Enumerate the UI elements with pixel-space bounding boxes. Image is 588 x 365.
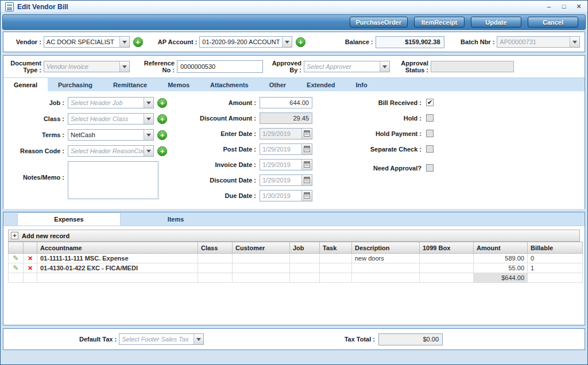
cell-class: [198, 254, 233, 263]
chevron-down-icon[interactable]: [194, 334, 203, 344]
tab-attachments[interactable]: Attachments: [200, 78, 259, 91]
update-button[interactable]: Update: [471, 17, 521, 28]
notes-memo-input[interactable]: [68, 161, 158, 199]
chevron-down-icon[interactable]: [570, 37, 579, 47]
batch-nbr-select[interactable]: AP00000731: [497, 36, 580, 48]
tab-items[interactable]: Items: [121, 212, 231, 226]
tab-remittance[interactable]: Remittance: [103, 78, 157, 91]
edit-icon[interactable]: ✎: [13, 264, 18, 272]
col-class[interactable]: Class: [198, 242, 233, 254]
invoice-date-input[interactable]: 1/29/2019: [260, 159, 312, 170]
col-delete: [24, 242, 37, 254]
edit-icon[interactable]: ✎: [13, 254, 18, 262]
minimize-icon[interactable]: –: [545, 3, 553, 10]
chevron-down-icon[interactable]: [119, 61, 129, 72]
tab-info[interactable]: Info: [346, 78, 378, 91]
discount-amount-value: 29.45: [260, 112, 312, 124]
add-vendor-button[interactable]: +: [133, 37, 143, 47]
terms-value: NetCash: [68, 131, 144, 138]
chevron-down-icon[interactable]: [119, 37, 129, 47]
add-reason-code-button[interactable]: +: [157, 146, 167, 156]
calendar-icon[interactable]: [301, 160, 312, 170]
col-edit: [9, 242, 24, 254]
tax-total-value: $0.00: [378, 333, 443, 345]
discount-amount-label: Discount Amount :: [188, 115, 256, 122]
chevron-down-icon[interactable]: [144, 146, 153, 156]
general-left-column: Job : Select Header Job + Class : Select…: [9, 95, 167, 199]
delete-icon[interactable]: ✕: [28, 265, 33, 271]
separate-check-label: Separate Check :: [342, 146, 421, 153]
col-accountname[interactable]: Accountname: [37, 242, 198, 254]
tab-general[interactable]: General: [3, 78, 48, 91]
due-date-input[interactable]: 1/30/2019: [260, 190, 312, 201]
default-tax-label: Default Tax :: [79, 336, 116, 343]
job-select[interactable]: Select Header Job: [68, 97, 154, 108]
separate-check-checkbox[interactable]: [426, 145, 434, 153]
post-date-input[interactable]: 1/29/2019: [260, 143, 312, 155]
reason-code-label: Reason Code :: [9, 147, 64, 154]
balance-value: $159,902.38: [376, 36, 444, 48]
tab-memos[interactable]: Memos: [157, 78, 200, 91]
chevron-down-icon[interactable]: [282, 37, 292, 47]
cancel-button[interactable]: Cancel: [528, 17, 578, 28]
calendar-icon[interactable]: [301, 144, 312, 154]
document-panel: DocumentType : Vendor Invoice ReferenceN…: [3, 55, 585, 209]
col-customer[interactable]: Customer: [233, 242, 290, 254]
hold-payment-checkbox[interactable]: [426, 130, 434, 137]
tab-extended[interactable]: Extended: [296, 78, 346, 91]
chevron-down-icon[interactable]: [380, 61, 389, 72]
vendor-select[interactable]: AC DOOR SPECIALIST: [44, 36, 130, 48]
tab-expenses[interactable]: Expenses: [17, 212, 121, 226]
chevron-down-icon[interactable]: [144, 114, 153, 124]
delete-icon[interactable]: ✕: [28, 255, 33, 262]
cell-billable: 1: [528, 263, 583, 273]
vendor-label: Vendor :: [8, 38, 41, 45]
bill-received-checkbox[interactable]: ✔: [426, 99, 434, 106]
add-new-record-button[interactable]: + Add new record: [8, 230, 580, 242]
tab-purchasing[interactable]: Purchasing: [48, 78, 103, 91]
reference-no-input[interactable]: 0000000530: [177, 60, 263, 73]
need-approval-label: Need Approval?: [342, 165, 421, 172]
add-ap-account-button[interactable]: +: [296, 37, 305, 47]
amount-input[interactable]: 644.00: [260, 97, 312, 108]
reference-no-label: ReferenceNo :: [141, 60, 175, 73]
tab-other[interactable]: Other: [259, 78, 296, 91]
title-bar: Edit Vendor Bill – □ ✕: [1, 1, 587, 13]
chevron-down-icon[interactable]: [144, 130, 153, 140]
add-job-button[interactable]: +: [157, 98, 167, 108]
cell-description: new doors: [352, 254, 420, 263]
col-description[interactable]: Description: [352, 242, 420, 254]
col-billable[interactable]: Billable: [528, 242, 583, 254]
class-label: Class :: [9, 115, 64, 122]
hold-checkbox[interactable]: [426, 114, 434, 122]
document-type-select[interactable]: Vendor Invoice: [44, 61, 130, 72]
calendar-icon[interactable]: [301, 191, 312, 201]
add-terms-button[interactable]: +: [157, 130, 167, 140]
purchase-order-button[interactable]: PurchaseOrder: [350, 17, 408, 28]
col-1099-box[interactable]: 1099 Box: [420, 242, 474, 254]
add-class-button[interactable]: +: [157, 114, 167, 124]
calendar-icon[interactable]: [301, 175, 312, 185]
col-job[interactable]: Job: [290, 242, 320, 254]
chevron-down-icon[interactable]: [144, 98, 153, 108]
enter-date-input[interactable]: 1/29/2019: [260, 128, 312, 139]
col-amount[interactable]: Amount: [474, 242, 528, 254]
reason-code-select[interactable]: Select Header ReasonCode: [68, 145, 154, 157]
close-icon[interactable]: ✕: [575, 3, 583, 10]
need-approval-checkbox[interactable]: [426, 164, 434, 172]
item-receipt-button[interactable]: ItemReceipt: [414, 17, 465, 28]
batch-nbr-label: Batch Nbr :: [454, 38, 495, 45]
cell-task: [320, 263, 352, 273]
ap-account-select[interactable]: 01-2020-99-200 ACCOUNT: [199, 36, 292, 48]
maximize-icon[interactable]: □: [560, 3, 568, 10]
discount-date-input[interactable]: 1/29/2019: [260, 174, 312, 186]
col-task[interactable]: Task: [320, 242, 352, 254]
batch-nbr-value: AP00000731: [497, 38, 570, 45]
class-select[interactable]: Select Header Class: [68, 113, 154, 125]
calendar-icon[interactable]: [301, 129, 312, 139]
default-tax-select[interactable]: Select Footer Sales Tax: [119, 333, 204, 345]
terms-select[interactable]: NetCash: [68, 129, 154, 141]
due-date-value: 1/30/2019: [260, 192, 301, 199]
general-tab-content: Job : Select Header Job + Class : Select…: [3, 91, 585, 209]
approved-by-select[interactable]: Select Approver: [304, 61, 390, 72]
